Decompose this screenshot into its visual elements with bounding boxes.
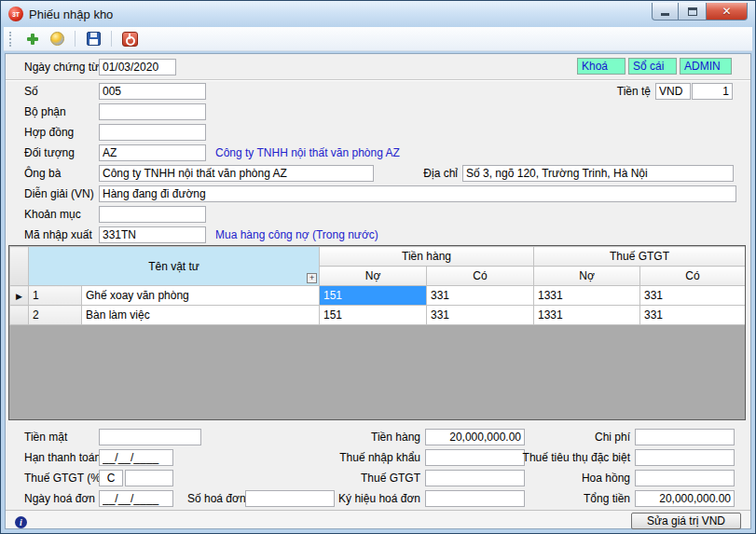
column-header-credit[interactable]: Có bbox=[427, 267, 534, 286]
item-category-input[interactable] bbox=[99, 206, 206, 223]
partner-code-label: Đối tượng bbox=[24, 144, 75, 161]
column-group-goods-amount[interactable]: Tiền hàng bbox=[320, 247, 534, 267]
goods-credit-cell[interactable]: 331 bbox=[427, 286, 534, 306]
column-header-debit[interactable]: Nợ bbox=[320, 267, 427, 286]
warehouse-receipt-window: 3T Phiếu nhập kho ✕ Ngày chứng từ Khoá S… bbox=[0, 0, 756, 534]
import-tax-label: Thuế nhập khẩu bbox=[313, 449, 420, 466]
department-input[interactable] bbox=[99, 103, 206, 120]
row-number-cell: 2 bbox=[29, 306, 82, 325]
save-icon bbox=[87, 32, 101, 46]
row-number-cell: 1 bbox=[29, 286, 82, 306]
row-selector-cell[interactable]: ▶ bbox=[10, 286, 29, 306]
column-group-vat[interactable]: Thuế GTGT bbox=[534, 247, 746, 267]
partner-code-input[interactable] bbox=[99, 144, 206, 161]
maximize-button[interactable] bbox=[679, 3, 706, 21]
department-label: Bộ phận bbox=[24, 103, 66, 120]
cash-label: Tiền mặt bbox=[24, 429, 67, 445]
vat-debit-cell[interactable]: 1331 bbox=[534, 286, 640, 306]
vat-percent-input[interactable] bbox=[125, 470, 173, 486]
invoice-number-label: Số hoá đơn bbox=[187, 490, 246, 507]
orb-icon bbox=[50, 32, 64, 46]
grid-group-header-row: Tên vật tư + Tiền hàng Thuế GTGT bbox=[10, 247, 746, 267]
item-name-cell[interactable]: Bàn làm việc bbox=[82, 306, 320, 325]
goods-amount-label: Tiền hàng bbox=[313, 429, 420, 445]
minimize-button[interactable] bbox=[652, 3, 679, 21]
number-input[interactable] bbox=[99, 83, 206, 100]
add-button[interactable] bbox=[22, 29, 43, 49]
close-button[interactable]: ✕ bbox=[706, 3, 748, 21]
window-controls: ✕ bbox=[652, 3, 748, 21]
cash-input[interactable] bbox=[99, 429, 201, 445]
app-logo-icon: 3T bbox=[8, 7, 23, 21]
ledger-button[interactable]: Sổ cái bbox=[628, 58, 677, 75]
vat-credit-cell[interactable]: 331 bbox=[640, 306, 746, 325]
description-input[interactable] bbox=[99, 185, 736, 202]
grid-corner-cell bbox=[10, 247, 29, 286]
partner-name-text: Công ty TNHH nội thất văn phòng AZ bbox=[215, 144, 400, 161]
total-label: Tổng tiền bbox=[523, 490, 630, 507]
toolbar-grip[interactable] bbox=[9, 32, 13, 47]
column-header-credit[interactable]: Có bbox=[640, 267, 746, 286]
contact-label: Ông bà bbox=[24, 165, 61, 182]
contact-input[interactable] bbox=[99, 165, 374, 182]
currency-code-input[interactable] bbox=[655, 83, 691, 100]
toolbar-separator bbox=[75, 31, 76, 47]
inout-code-label: Mã nhập xuất bbox=[24, 226, 92, 243]
goods-amount-input[interactable] bbox=[425, 429, 525, 445]
invoice-series-label: Ký hiệu hoá đơn bbox=[313, 490, 420, 507]
maximize-icon bbox=[688, 7, 697, 16]
window-title: Phiếu nhập kho bbox=[29, 7, 113, 21]
item-category-label: Khoản mục bbox=[24, 206, 81, 223]
inout-code-input[interactable] bbox=[99, 226, 206, 243]
items-grid: Tên vật tư + Tiền hàng Thuế GTGT Nợ Có N… bbox=[8, 245, 746, 420]
lock-button[interactable]: Khoá bbox=[577, 58, 625, 75]
user-button[interactable]: ADMIN bbox=[680, 58, 732, 75]
close-icon: ✕ bbox=[722, 5, 731, 18]
vat-credit-cell[interactable]: 331 bbox=[640, 286, 746, 306]
exit-button[interactable] bbox=[119, 29, 140, 49]
toolbar bbox=[4, 27, 752, 51]
table-row: ▶ 1 Ghế xoay văn phòng 151 331 1331 331 bbox=[10, 286, 746, 306]
address-input[interactable] bbox=[462, 165, 734, 182]
invoice-series-input[interactable] bbox=[425, 490, 525, 507]
power-icon bbox=[122, 32, 138, 47]
toolbar-separator bbox=[111, 31, 112, 47]
payment-due-input[interactable] bbox=[99, 449, 173, 466]
expense-input[interactable] bbox=[635, 429, 735, 445]
address-label: Địa chỉ bbox=[411, 165, 458, 182]
special-tax-input[interactable] bbox=[635, 449, 735, 466]
commission-input[interactable] bbox=[635, 470, 735, 486]
currency-rate-input[interactable] bbox=[692, 83, 733, 100]
add-icon bbox=[26, 33, 39, 46]
lookup-button[interactable] bbox=[47, 29, 67, 49]
contract-input[interactable] bbox=[99, 124, 206, 141]
description-label: Diễn giải (VN) bbox=[24, 185, 94, 202]
column-header-debit[interactable]: Nợ bbox=[534, 267, 640, 286]
save-button[interactable] bbox=[83, 29, 103, 49]
header-divider bbox=[6, 79, 750, 81]
expand-column-icon[interactable]: + bbox=[307, 273, 317, 283]
info-icon: i bbox=[15, 516, 27, 528]
item-name-cell[interactable]: Ghế xoay văn phòng bbox=[82, 286, 320, 306]
form-panel: Ngày chứng từ Khoá Sổ cái ADMIN Số Tiền … bbox=[5, 53, 751, 529]
vat-debit-cell[interactable]: 1331 bbox=[534, 306, 640, 325]
goods-debit-cell[interactable]: 151 bbox=[320, 306, 427, 325]
current-row-icon: ▶ bbox=[16, 292, 22, 301]
total-input[interactable] bbox=[635, 490, 735, 507]
invoice-date-input[interactable] bbox=[99, 490, 173, 507]
table-row: 2 Bàn làm việc 151 331 1331 331 bbox=[10, 306, 746, 325]
vat-percent-code-input[interactable] bbox=[99, 470, 123, 486]
status-bar: i Sửa giá trị VND bbox=[6, 510, 750, 528]
goods-debit-cell-selected[interactable]: 151 bbox=[320, 286, 427, 306]
goods-credit-cell[interactable]: 331 bbox=[427, 306, 534, 325]
vat-percent-label: Thuế GTGT (%) bbox=[24, 470, 104, 486]
inout-name-text: Mua hàng công nợ (Trong nước) bbox=[215, 226, 378, 243]
row-selector-cell[interactable] bbox=[10, 306, 29, 325]
column-header-item-name[interactable]: Tên vật tư + bbox=[29, 247, 320, 286]
vat-amount-input[interactable] bbox=[425, 470, 525, 486]
doc-date-input[interactable] bbox=[99, 59, 176, 75]
commission-label: Hoa hồng bbox=[523, 470, 630, 486]
titlebar: 3T Phiếu nhập kho ✕ bbox=[1, 1, 755, 27]
expense-label: Chi phí bbox=[523, 429, 630, 445]
edit-vnd-value-button[interactable]: Sửa giá trị VND bbox=[631, 513, 741, 529]
